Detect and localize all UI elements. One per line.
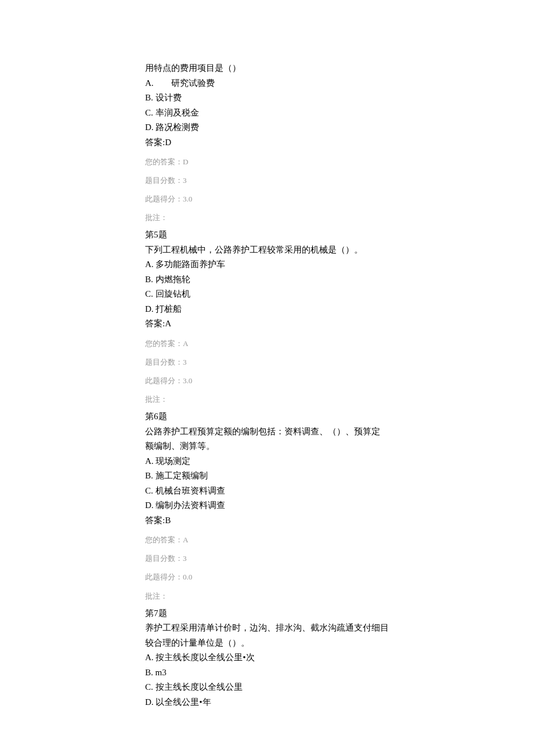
q5-option-a: A. 多功能路面养护车 [145, 257, 389, 272]
q4-stem-tail: 用特点的费用项目是（） [145, 61, 389, 76]
question-4-partial: 用特点的费用项目是（） A. 研究试验费 B. 设计费 C. 率润及税金 D. … [145, 61, 389, 224]
q6-option-c: C. 机械台班资料调查 [145, 484, 389, 499]
q5-got-score: 此题得分：3.0 [145, 375, 389, 387]
q5-option-d: D. 打桩船 [145, 302, 389, 317]
q4-your-answer: 您的答案：D [145, 156, 389, 168]
q6-answer: 答案:B [145, 513, 389, 528]
q4-option-c: C. 率润及税金 [145, 106, 389, 121]
q7-option-d: D. 以全线公里•年 [145, 695, 389, 710]
q7-stem-line2: 较合理的计量单位是（）。 [145, 636, 389, 651]
q6-stem-line1: 公路养护工程预算定额的编制包括：资料调查、（）、预算定 [145, 424, 389, 440]
q6-score-label: 题目分数：3 [145, 552, 389, 565]
q4-answer: 答案:D [145, 135, 389, 150]
q6-title: 第6题 [145, 409, 389, 424]
q5-your-answer: 您的答案：A [145, 337, 389, 350]
q6-option-d: D. 编制办法资料调查 [145, 498, 389, 513]
q4-score-label: 题目分数：3 [145, 174, 389, 187]
q7-title: 第7题 [145, 606, 389, 621]
q5-answer: 答案:A [145, 316, 389, 332]
q4-note: 批注： [145, 211, 389, 224]
q5-note: 批注： [145, 393, 389, 406]
q7-stem-line1: 养护工程采用清单计价时，边沟、排水沟、截水沟疏通支付细目 [145, 621, 389, 636]
question-5: 第5题 下列工程机械中，公路养护工程较常采用的机械是（）。 A. 多功能路面养护… [145, 228, 389, 406]
q4-optA-indent [154, 78, 171, 88]
q4-option-a: A. 研究试验费 [145, 76, 389, 91]
q4-option-d: D. 路况检测费 [145, 120, 389, 135]
document-page: 用特点的费用项目是（） A. 研究试验费 B. 设计费 C. 率润及税金 D. … [0, 0, 534, 756]
q5-option-b: B. 内燃拖轮 [145, 272, 389, 287]
q6-stem-line2: 额编制、测算等。 [145, 439, 389, 454]
q4-optA-label: A. [145, 78, 154, 88]
q5-title: 第5题 [145, 228, 389, 243]
q5-option-c: C. 回旋钻机 [145, 287, 389, 302]
q7-option-c: C. 按主线长度以全线公里 [145, 680, 389, 695]
q7-option-a: A. 按主线长度以全线公里•次 [145, 650, 389, 665]
q4-optA-text: 研究试验费 [171, 78, 215, 88]
q6-got-score: 此题得分：0.0 [145, 571, 389, 584]
q7-option-b: B. m3 [145, 665, 389, 681]
q6-option-b: B. 施工定额编制 [145, 469, 389, 484]
q6-your-answer: 您的答案：A [145, 534, 389, 546]
q6-note: 批注： [145, 590, 389, 603]
q4-option-b: B. 设计费 [145, 91, 389, 106]
question-6: 第6题 公路养护工程预算定额的编制包括：资料调查、（）、预算定 额编制、测算等。… [145, 409, 389, 602]
q4-got-score: 此题得分：3.0 [145, 193, 389, 206]
question-7: 第7题 养护工程采用清单计价时，边沟、排水沟、截水沟疏通支付细目 较合理的计量单… [145, 606, 389, 710]
q6-option-a: A. 现场测定 [145, 454, 389, 469]
q5-score-label: 题目分数：3 [145, 356, 389, 369]
q5-stem: 下列工程机械中，公路养护工程较常采用的机械是（）。 [145, 243, 389, 258]
